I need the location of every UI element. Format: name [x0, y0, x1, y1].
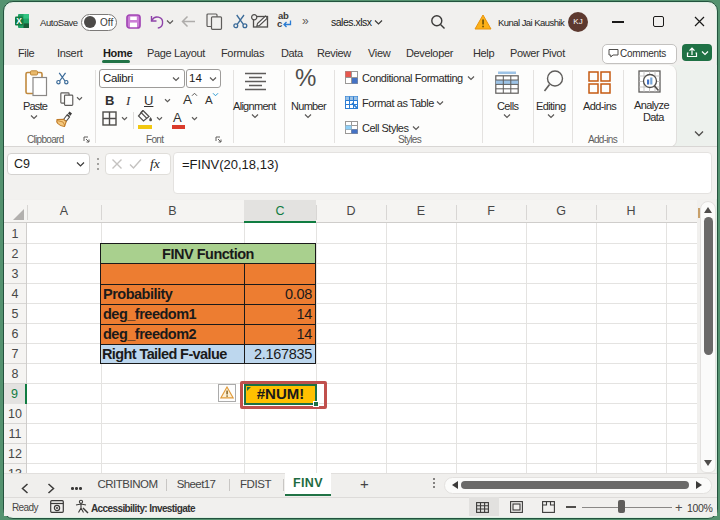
svg-text:X: X — [16, 16, 22, 26]
